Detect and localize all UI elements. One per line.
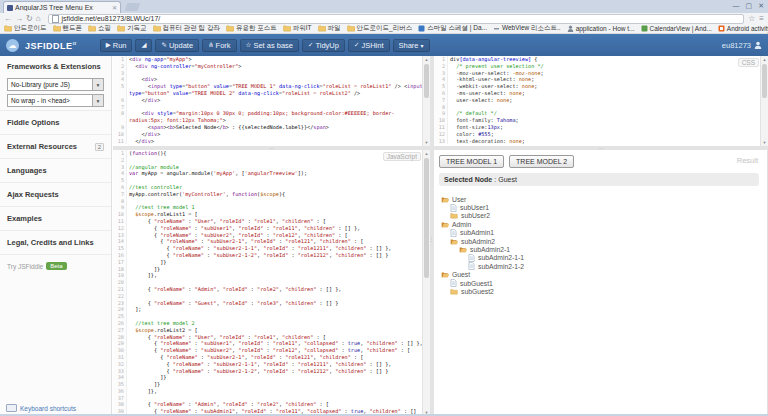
maximize-icon[interactable]: ▢	[746, 1, 753, 10]
stats-button[interactable]: ◢	[135, 39, 152, 52]
code-line[interactable]: 20	[113, 279, 423, 286]
tidyup-button[interactable]: ✓TidyUp	[302, 39, 345, 52]
tree-model-2-button[interactable]: TREE MODEL 2	[509, 155, 574, 168]
bookmark-item[interactable]: 쇼핑	[88, 24, 111, 33]
keyboard-shortcuts-link[interactable]: Keyboard shortcuts	[6, 404, 76, 412]
sidebar-item-external-resources[interactable]: External Resources2	[0, 134, 111, 158]
html-editor-panel[interactable]: 1<div ng-app="myApp">2 <div ng-controlle…	[113, 56, 430, 146]
code-line[interactable]: 17 ]}	[113, 259, 423, 266]
bookmark-item[interactable]: 핸드폰	[53, 24, 83, 33]
scroll-thumb[interactable]	[424, 64, 429, 98]
code-line[interactable]: 1<div ng-app="myApp">	[113, 56, 423, 63]
file-icon[interactable]	[468, 262, 475, 270]
code-line[interactable]: 13 text-decoration: none;	[434, 138, 761, 145]
folder-open-icon[interactable]	[450, 238, 458, 245]
code-line[interactable]: 32 { "roleName" : "subUser2-1-1", "roleI…	[113, 361, 423, 368]
share-button[interactable]: Share▾	[393, 39, 430, 52]
wrap-select[interactable]: No wrap - in <head> ▼	[7, 94, 104, 107]
sidebar-item-legal-credits-and-links[interactable]: Legal, Credits and Links	[0, 230, 111, 254]
tree-node-subGuest1[interactable]: subGuest1	[439, 279, 759, 287]
code-line[interactable]: 4 -khtml-user-select: none;	[434, 76, 761, 83]
bookmark-star-icon[interactable]: ☆	[748, 14, 755, 23]
code-line[interactable]: 8	[113, 198, 423, 205]
file-icon[interactable]	[450, 279, 457, 287]
bookmark-item[interactable]: WebView 리소스트..	[493, 24, 561, 33]
home-icon[interactable]: ⌂	[36, 14, 41, 23]
tab-close-icon[interactable]: ✕	[112, 5, 117, 11]
bookmark-item[interactable]: 기독교	[117, 24, 147, 33]
run-button[interactable]: ▶Run	[100, 39, 133, 52]
code-line[interactable]: 31 { "roleName" : "subUser2-1", "roleId"…	[113, 354, 423, 361]
code-line[interactable]: 35 ]}	[113, 381, 423, 388]
sidebar-item-examples[interactable]: Examples	[0, 206, 111, 230]
folder-closed-icon[interactable]	[450, 288, 458, 295]
code-line[interactable]: 10 font-family: Tahoma;	[434, 117, 761, 124]
code-line[interactable]: 9 <span><b>Selected Node</b> : {{selecte…	[113, 124, 423, 131]
tree-node-subGuest2[interactable]: subGuest2	[439, 287, 759, 295]
code-line[interactable]: 21 { "roleName" : "Admin", "roleId" : "r…	[113, 286, 423, 293]
folder-open-icon[interactable]	[441, 221, 449, 228]
code-line[interactable]: 8 <div style="margin:10px 0 30px 0; padd…	[113, 110, 423, 124]
code-line[interactable]: 8	[434, 104, 761, 111]
code-line[interactable]: 22	[113, 293, 423, 300]
sidebar-item-languages[interactable]: Languages	[0, 158, 111, 182]
back-icon[interactable]: ←	[4, 14, 12, 23]
jsfiddle-logo-icon[interactable]: ☁	[6, 39, 19, 52]
bookmark-item[interactable]: 스마일 스페셜 | Da...	[418, 24, 487, 33]
user-menu[interactable]: eu81273	[722, 41, 762, 50]
scroll-up-icon[interactable]: ▲	[761, 56, 768, 63]
bookmark-item[interactable]: 안드로이드_리버스	[347, 24, 413, 33]
code-line[interactable]: 1div[data-angular-treeview] {	[434, 56, 761, 63]
code-line[interactable]: 5 <input type="button" value="TREE MODEL…	[113, 83, 423, 97]
forward-icon[interactable]: →	[15, 14, 23, 23]
file-icon[interactable]	[468, 254, 475, 262]
css-scrollbar[interactable]: ▲ ▼	[760, 56, 768, 146]
tree-node-label[interactable]: subUser1	[460, 204, 489, 211]
scroll-down-icon[interactable]: ▼	[423, 139, 430, 146]
code-line[interactable]: 11 { "roleName" : "User", "roleId" : "ro…	[113, 218, 423, 225]
scroll-thumb[interactable]	[424, 158, 429, 278]
code-line[interactable]: 2 <div ng-controller="myController">	[113, 63, 423, 70]
tree-node-label[interactable]: subGuest2	[461, 288, 494, 295]
file-icon[interactable]	[450, 229, 457, 237]
tree-node-subAdmin2-1-2[interactable]: subAdmin2-1-2	[439, 262, 759, 270]
tree-node-subUser2[interactable]: subUser2	[439, 212, 759, 220]
scroll-up-icon[interactable]: ▲	[423, 150, 430, 157]
bookmark-item[interactable]: 컴퓨터 관련 팁 강좌	[153, 24, 220, 33]
code-line[interactable]: 9 //test tree model 1	[113, 204, 423, 211]
code-line[interactable]: 7myApp.controller('myController', functi…	[113, 191, 423, 198]
code-line[interactable]: 34 ]}	[113, 374, 423, 381]
code-line[interactable]: 6 -ms-user-select: none;	[434, 90, 761, 97]
code-line[interactable]: 10 $scope.roleList1 = [	[113, 211, 423, 218]
bookmark-item[interactable]: Android activity for ...	[718, 25, 768, 32]
file-icon[interactable]	[450, 204, 457, 212]
html-scrollbar[interactable]: ▲ ▼	[422, 56, 430, 146]
tree-node-label[interactable]: subUser2	[461, 212, 490, 219]
close-icon[interactable]: ✕	[758, 1, 764, 10]
code-line[interactable]: 13 { "roleName" : "subUser2", "roleId" :…	[113, 232, 423, 239]
jshint-button[interactable]: ✓JSHint	[348, 39, 390, 52]
bookmark-item[interactable]: application - How t...	[567, 25, 635, 32]
code-line[interactable]: 12 color: #555;	[434, 131, 761, 138]
code-line[interactable]: 4var myApp = angular.module('myApp', ['a…	[113, 170, 423, 177]
tip-label[interactable]: Try JSFiddle	[7, 263, 43, 270]
framework-select[interactable]: No-Library (pure JS) ▼	[7, 78, 104, 91]
tree-node-label[interactable]: Guest	[452, 271, 470, 278]
reload-icon[interactable]: ↻	[26, 14, 33, 23]
js-editor-panel[interactable]: JavaScript 1(function(){2 3//angular mod…	[113, 150, 430, 416]
code-line[interactable]: 10 </div>	[113, 131, 423, 138]
tree-node-label[interactable]: subAdmin2-1-2	[478, 263, 524, 270]
tree-node-label[interactable]: User	[452, 196, 466, 203]
tree-model-1-button[interactable]: TREE MODEL 1	[439, 155, 504, 168]
bookmark-item[interactable]: CalendarView | And...	[641, 25, 712, 32]
code-line[interactable]: 1(function(){	[113, 150, 423, 157]
folder-open-icon[interactable]	[441, 271, 449, 278]
scroll-up-icon[interactable]: ▲	[423, 56, 430, 63]
tree-node-Guest[interactable]: Guest	[439, 271, 759, 279]
code-line[interactable]: 33 { "roleName" : "subUser2-1-2", "roleI…	[113, 368, 423, 375]
code-line[interactable]: 28 { "roleName" : "User", "roleId" : "ro…	[113, 334, 423, 341]
tip-badge[interactable]: Beta	[46, 262, 66, 270]
new-tab-button[interactable]	[125, 3, 141, 11]
tree-node-label[interactable]: Admin	[452, 221, 471, 228]
code-line[interactable]: 37	[113, 395, 423, 402]
